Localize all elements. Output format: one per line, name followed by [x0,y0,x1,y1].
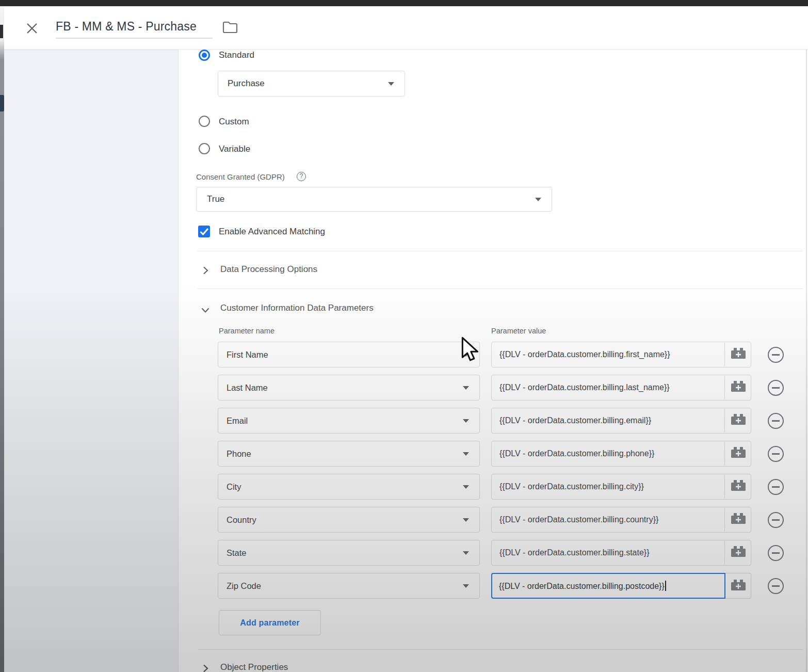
radio-standard[interactable] [199,50,210,61]
parameter-value-text: {{DLV - orderData.customer.billing.state… [499,548,650,557]
chevron-down-icon [463,452,469,456]
remove-row-button[interactable] [768,379,784,396]
remove-row-button[interactable] [768,445,784,462]
parameter-name-value: City [227,482,241,492]
minus-icon [768,347,784,363]
remove-row-button[interactable] [768,545,784,561]
parameter-value-field-focused[interactable]: {{DLV - orderData.customer.billing.postc… [491,573,725,599]
parameter-value-field[interactable]: {{DLV - orderData.customer.billing.city}… [491,474,751,500]
parameter-value-field[interactable]: {{DLV - orderData.customer.billing.phone… [491,441,751,467]
variable-picker-icon[interactable] [725,574,751,598]
parameter-name-value: Email [227,416,248,426]
parameter-row: Email {{DLV - orderData.customer.billing… [0,408,808,434]
chevron-down-icon [463,584,469,588]
parameter-name-select[interactable]: Email [218,408,480,434]
divider [724,442,725,466]
minus-icon [768,413,784,429]
variable-picker-icon[interactable] [725,408,751,433]
parameter-name-select[interactable]: Last Name [218,375,480,401]
chevron-down-icon [535,198,541,201]
chevron-down-icon [463,386,469,390]
advanced-matching-checkbox[interactable] [198,226,210,237]
background-page-fragment [0,25,3,38]
parameter-name-select[interactable]: State [218,540,480,566]
remove-row-button[interactable] [768,412,784,429]
section-label: Data Processing Options [220,264,317,275]
minus-icon [768,380,784,396]
consent-select[interactable]: True [196,187,552,212]
variable-picker-icon[interactable] [725,342,751,366]
consent-value: True [207,194,224,204]
section-label: Object Properties [220,662,288,672]
variable-picker-icon[interactable] [725,540,751,565]
parameter-row: State {{DLV - orderData.customer.billing… [0,540,808,566]
remove-row-button[interactable] [768,578,784,594]
variable-picker-cell [725,573,751,599]
variable-picker-icon[interactable] [725,474,751,499]
section-data-processing-options[interactable]: Data Processing Options [198,263,801,278]
parameter-row: Zip Code {{DLV - orderData.customer.bill… [0,573,808,599]
minus-icon [768,578,784,594]
parameter-value-header: Parameter value [491,327,546,335]
help-icon[interactable] [297,172,306,181]
radio-variable[interactable] [199,143,210,154]
chevron-down-icon [388,82,394,86]
divider [724,409,725,433]
parameter-name-select[interactable]: Phone [218,441,480,467]
close-icon[interactable] [24,21,40,36]
parameter-name-select[interactable]: Zip Code [218,573,480,599]
parameter-value-text: {{DLV - orderData.customer.billing.postc… [499,582,665,590]
parameter-name-value: Last Name [227,383,268,393]
folder-icon[interactable] [222,21,238,35]
section-label: Customer Information Data Parameters [220,303,374,313]
parameter-name-select[interactable]: First Name [218,342,480,367]
chevron-down-icon [463,551,469,555]
remove-row-button[interactable] [768,478,784,495]
background-page-edge [0,6,4,672]
parameter-value-text: {{DLV - orderData.customer.billing.phone… [499,449,654,458]
standard-event-value: Purchase [228,78,265,89]
parameter-value-text: {{DLV - orderData.customer.billing.city}… [499,482,644,491]
parameter-row: Country {{DLV - orderData.customer.billi… [0,507,808,533]
parameter-value-field[interactable]: {{DLV - orderData.customer.billing.last_… [491,375,751,401]
divider [198,649,803,650]
tag-editor-window: FB - MM & MS - Purchase Standard Purchas… [0,0,808,672]
chevron-down-icon [463,419,469,423]
standard-event-select[interactable]: Purchase [218,71,405,97]
variable-picker-icon[interactable] [725,441,751,466]
minus-icon [768,545,784,561]
radio-custom-label: Custom [219,117,249,127]
parameter-name-select[interactable]: Country [218,507,480,533]
parameter-name-value: State [227,548,247,558]
text-caret [665,581,666,591]
parameter-value-field[interactable]: {{DLV - orderData.customer.billing.first… [491,342,751,367]
parameter-row: City {{DLV - orderData.customer.billing.… [0,474,808,500]
parameter-value-field[interactable]: {{DLV - orderData.customer.billing.count… [491,507,751,533]
parameter-value-text: {{DLV - orderData.customer.billing.first… [499,350,670,359]
minus-icon [768,479,784,495]
section-customer-information[interactable]: Customer Information Data Parameters [198,302,801,316]
divider [198,289,803,289]
remove-row-button[interactable] [768,346,784,363]
radio-variable-label: Variable [219,144,250,154]
parameter-value-field[interactable]: {{DLV - orderData.customer.billing.state… [491,540,751,566]
add-parameter-button[interactable]: Add parameter [219,610,321,635]
divider [198,251,803,251]
chevron-down-icon [200,305,211,317]
consent-label: Consent Granted (GDPR) [196,172,285,181]
parameter-value-text: {{DLV - orderData.customer.billing.email… [499,416,651,425]
remove-row-button[interactable] [768,511,784,528]
section-object-properties[interactable]: Object Properties [198,661,801,672]
tag-name-field[interactable]: FB - MM & MS - Purchase [56,20,197,34]
minus-icon [768,446,784,462]
chevron-down-icon [463,485,469,489]
parameter-name-select[interactable]: City [218,474,480,500]
parameter-row: First Name {{DLV - orderData.customer.bi… [0,342,808,367]
parameter-value-field[interactable]: {{DLV - orderData.customer.billing.email… [491,408,751,434]
parameter-name-header: Parameter name [219,327,274,335]
background-page-fragment [0,95,4,111]
dialog-header: FB - MM & MS - Purchase [4,6,808,50]
radio-custom[interactable] [199,116,210,127]
variable-picker-icon[interactable] [725,507,751,532]
variable-picker-icon[interactable] [725,375,751,399]
